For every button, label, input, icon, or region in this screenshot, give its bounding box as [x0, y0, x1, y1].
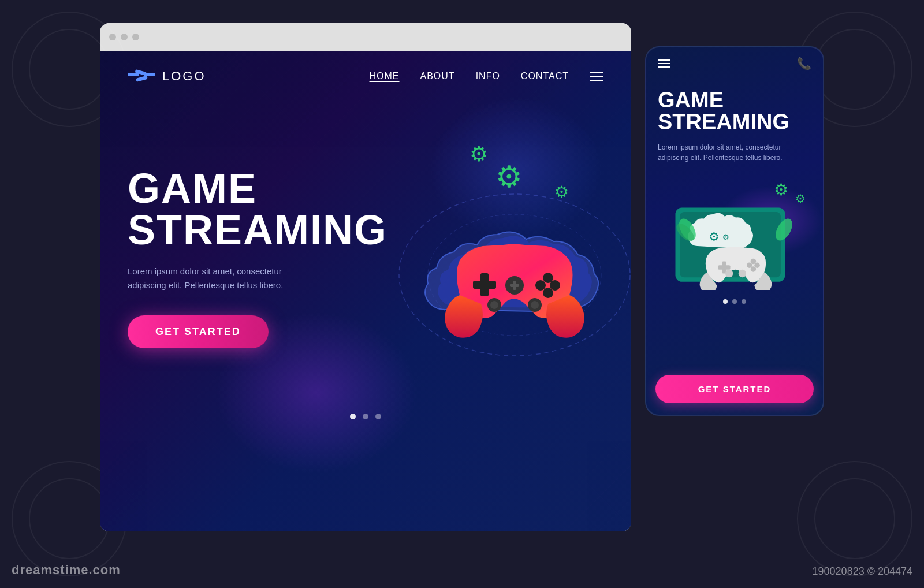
mobile-illustration: ⚙ ⚙ ⚙ ⚙: [658, 174, 811, 290]
browser-content: LOGO HOME ABOUT INFO CONTACT GAME: [100, 51, 631, 531]
logo-area: LOGO: [128, 67, 206, 85]
cloud-controller-illustration: [370, 159, 631, 379]
mobile-hero-title: GAME STREAMING: [658, 89, 811, 133]
svg-point-16: [490, 301, 498, 309]
mobile-header: 📞: [646, 47, 823, 80]
svg-point-12: [535, 280, 546, 291]
svg-rect-3: [136, 76, 148, 82]
nav-info[interactable]: INFO: [476, 71, 500, 81]
pagination-dot-2[interactable]: [363, 414, 368, 419]
browser-mockup: LOGO HOME ABOUT INFO CONTACT GAME: [100, 23, 631, 531]
browser-dot-1: [109, 34, 116, 40]
logo-icon: [128, 67, 155, 85]
mobile-cloud-controller-illustration: ⚙ ⚙: [658, 180, 814, 290]
mobile-mockup: 📞 GAME STREAMING Lorem ipsum dolor sit a…: [645, 46, 824, 416]
svg-rect-7: [480, 273, 489, 296]
hero-section: GAME STREAMING Lorem ipsum dolor sit ame…: [100, 102, 631, 402]
mobile-hamburger[interactable]: [658, 59, 670, 68]
main-container: LOGO HOME ABOUT INFO CONTACT GAME: [0, 0, 924, 588]
svg-rect-24: [722, 262, 726, 274]
browser-dot-2: [121, 34, 128, 40]
mobile-hero-description: Lorem ipsum dolor sit amet, consectetur …: [658, 142, 811, 163]
mobile-content: GAME STREAMING Lorem ipsum dolor sit ame…: [646, 80, 823, 375]
pagination-dots: [100, 402, 631, 431]
svg-rect-10: [513, 281, 516, 290]
hero-description: Lorem ipsum dolor sit amet, consectetur …: [128, 265, 312, 292]
mobile-dot-3[interactable]: [742, 299, 746, 304]
nav-hamburger[interactable]: [590, 72, 603, 81]
pagination-dot-3[interactable]: [375, 414, 381, 419]
nav-links: HOME ABOUT INFO CONTACT: [370, 71, 603, 81]
mobile-pagination: [658, 299, 811, 304]
nav-home[interactable]: HOME: [370, 71, 400, 81]
browser-titlebar: [100, 23, 631, 51]
desktop-nav: LOGO HOME ABOUT INFO CONTACT: [100, 51, 631, 102]
hero-title: GAME STREAMING: [128, 168, 347, 251]
mobile-dot-1[interactable]: [723, 299, 728, 304]
svg-rect-2: [144, 73, 155, 76]
mobile-cta-area: GET STARTED: [646, 375, 823, 415]
svg-point-14: [543, 288, 553, 298]
svg-text:⚙: ⚙: [722, 233, 729, 241]
pagination-dot-1[interactable]: [350, 414, 356, 419]
nav-contact[interactable]: CONTACT: [521, 71, 569, 81]
phone-icon: 📞: [797, 57, 811, 70]
svg-text:⚙: ⚙: [709, 230, 720, 243]
svg-point-29: [725, 270, 733, 277]
nav-about[interactable]: ABOUT: [420, 71, 455, 81]
hero-left: GAME STREAMING Lorem ipsum dolor sit ame…: [128, 168, 347, 348]
hero-illustration: ⚙ ⚙ ⚙: [370, 136, 603, 379]
mobile-get-started-button[interactable]: GET STARTED: [655, 375, 814, 403]
logo-text: LOGO: [162, 69, 206, 84]
svg-point-18: [531, 301, 539, 309]
get-started-button[interactable]: GET STARTED: [128, 315, 269, 348]
svg-point-28: [751, 266, 757, 272]
browser-dot-3: [132, 34, 139, 40]
mobile-dot-2[interactable]: [732, 299, 737, 304]
svg-point-30: [739, 270, 746, 277]
